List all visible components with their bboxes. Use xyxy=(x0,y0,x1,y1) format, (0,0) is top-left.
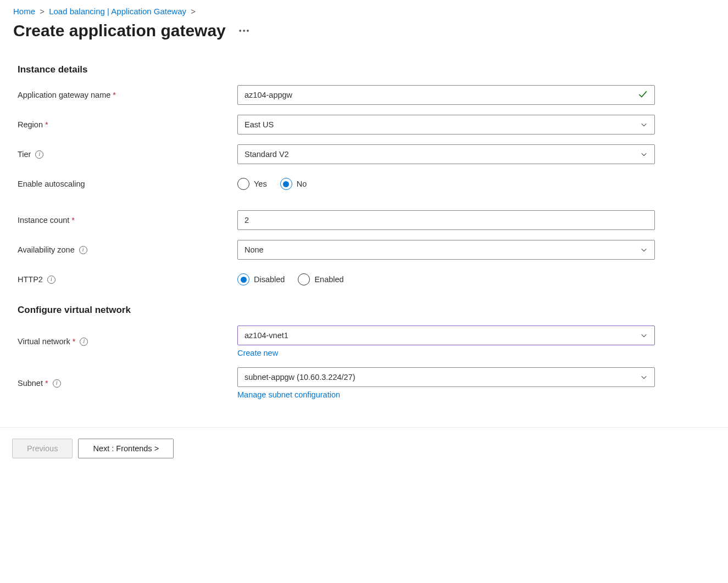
label-availability-zone: Availability zone i xyxy=(18,245,237,254)
next-frontends-button[interactable]: Next : Frontends > xyxy=(78,439,174,458)
chevron-down-icon xyxy=(640,332,648,339)
manage-subnet-link[interactable]: Manage subnet configuration xyxy=(237,390,655,399)
breadcrumb-load-balancing[interactable]: Load balancing | Application Gateway xyxy=(49,7,186,16)
autoscaling-yes-radio[interactable]: Yes xyxy=(237,178,267,190)
autoscaling-no-radio[interactable]: No xyxy=(280,178,307,190)
info-icon[interactable]: i xyxy=(47,276,55,284)
virtual-network-dropdown[interactable]: az104-vnet1 xyxy=(237,326,655,345)
tier-dropdown[interactable]: Standard V2 xyxy=(237,144,655,164)
breadcrumb-home[interactable]: Home xyxy=(13,7,35,16)
label-app-gw-name: Application gateway name* xyxy=(18,91,237,99)
page-title: Create application gateway xyxy=(13,21,226,40)
label-autoscaling: Enable autoscaling xyxy=(18,180,237,188)
chevron-down-icon xyxy=(640,121,648,128)
create-new-vnet-link[interactable]: Create new xyxy=(237,349,655,357)
subnet-dropdown[interactable]: subnet-appgw (10.60.3.224/27) xyxy=(237,367,655,387)
footer-nav: Previous Next : Frontends > xyxy=(0,427,728,464)
label-region: Region* xyxy=(18,120,237,129)
checkmark-icon xyxy=(638,89,648,101)
info-icon[interactable]: i xyxy=(53,379,61,388)
instance-count-input[interactable]: 2 xyxy=(237,210,655,230)
more-actions-icon[interactable]: ••• xyxy=(239,26,251,35)
chevron-right-icon: > xyxy=(40,7,45,16)
http2-enabled-radio[interactable]: Enabled xyxy=(298,273,343,285)
section-configure-vnet: Configure virtual network xyxy=(18,305,710,316)
info-icon[interactable]: i xyxy=(80,338,88,346)
section-instance-details: Instance details xyxy=(18,64,710,75)
label-virtual-network: Virtual network* i xyxy=(18,337,237,346)
app-gw-name-input[interactable]: az104-appgw xyxy=(237,85,655,105)
label-http2: HTTP2 i xyxy=(18,275,237,284)
chevron-down-icon xyxy=(640,246,648,254)
chevron-right-icon: > xyxy=(191,7,196,16)
info-icon[interactable]: i xyxy=(79,246,87,254)
availability-zone-dropdown[interactable]: None xyxy=(237,240,655,260)
label-subnet: Subnet* i xyxy=(18,379,237,388)
breadcrumb: Home > Load balancing | Application Gate… xyxy=(0,0,728,18)
label-tier: Tier i xyxy=(18,150,237,159)
chevron-down-icon xyxy=(640,373,648,381)
previous-button: Previous xyxy=(12,439,73,458)
http2-disabled-radio[interactable]: Disabled xyxy=(237,273,285,285)
info-icon[interactable]: i xyxy=(35,150,43,159)
region-dropdown[interactable]: East US xyxy=(237,115,655,134)
chevron-down-icon xyxy=(640,150,648,158)
label-instance-count: Instance count* xyxy=(18,216,237,225)
